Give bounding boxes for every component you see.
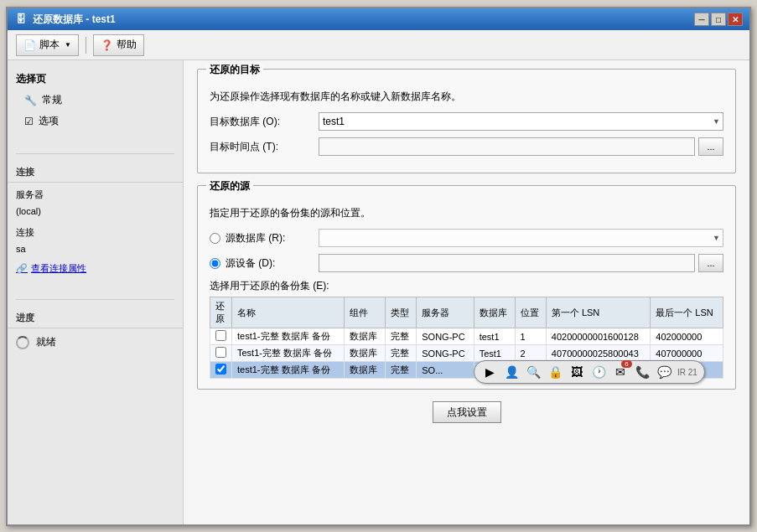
row-first-lsn: 40200000001600128 (546, 328, 650, 345)
source-device-browse-button[interactable]: ... (698, 254, 723, 272)
maximize-button[interactable]: □ (711, 13, 726, 26)
progress-section: 进度 就绪 (8, 308, 183, 353)
row-position: 1 (515, 328, 546, 345)
row-database: test1 (474, 328, 515, 345)
taskbar-chat-icon[interactable]: 💬 (656, 364, 672, 380)
progress-spinner (16, 336, 29, 349)
col-header-type: 类型 (386, 297, 417, 328)
view-connection-link[interactable]: 🔗 查看连接属性 (8, 260, 183, 277)
row-checkbox-cell[interactable] (210, 328, 232, 345)
row-checkbox-cell[interactable] (210, 362, 232, 379)
taskbar-clock-icon[interactable]: 🕐 (590, 364, 607, 380)
source-db-select-wrapper (319, 229, 723, 247)
mail-badge: 6 (621, 360, 632, 368)
source-device-radio[interactable] (210, 258, 220, 269)
row-checkbox[interactable] (215, 364, 226, 374)
row-type: 完整 (386, 328, 417, 345)
script-button[interactable]: 📄 脚本 ▼ (16, 34, 79, 56)
col-header-first-lsn: 第一个 LSN (546, 297, 650, 328)
connection-section: 连接 服务器 (local) 连接 sa 🔗 查看连接属性 (8, 163, 183, 277)
content-area: 还原的目标 为还原操作选择现有数据库的名称或键入新数据库名称。 目标数据库 (O… (184, 60, 749, 524)
row-name: Test1-完整 数据库 备份 (232, 345, 345, 362)
source-device-input[interactable]: D:\test\testAll.bak (319, 254, 695, 272)
select-page-title: 选择页 (8, 67, 183, 90)
source-db-select[interactable] (319, 229, 723, 247)
target-db-select[interactable]: test1 (319, 112, 723, 131)
target-db-select-wrapper: test1 (319, 112, 723, 131)
window-icon: 🗄 (14, 13, 28, 26)
close-button[interactable]: ✕ (728, 13, 743, 26)
row-component: 数据库 (345, 345, 386, 362)
row-checkbox[interactable] (215, 347, 226, 358)
row-server: SO... (417, 362, 474, 379)
row-database: Test1 (474, 345, 515, 362)
row-last-lsn: 407000000 (651, 345, 723, 362)
taskbar-lock-icon[interactable]: 🔒 (547, 364, 563, 380)
connect-value: sa (8, 241, 183, 256)
table-row[interactable]: Test1-完整 数据库 备份 数据库 完整 SONG-PC Test1 2 4… (210, 345, 723, 362)
taskbar-image-icon[interactable]: 🖼 (568, 364, 585, 380)
progress-status-text: 就绪 (36, 335, 56, 349)
help-button[interactable]: ❓ 帮助 (93, 34, 144, 56)
target-time-browse-button[interactable]: ... (698, 137, 723, 156)
source-db-row: 源数据库 (R): (210, 229, 723, 247)
restore-source-section: 还原的源 指定用于还原的备份集的源和位置。 源数据库 (R): (197, 185, 736, 390)
progress-label: 进度 (8, 308, 183, 328)
col-header-last-lsn: 最后一个 LSN (651, 297, 723, 328)
table-row[interactable]: test1-完整 数据库 备份 数据库 完整 SONG-PC test1 1 4… (210, 328, 723, 345)
taskbar-search-icon[interactable]: 🔍 (525, 364, 542, 380)
row-checkbox-cell[interactable] (210, 345, 232, 362)
title-controls: ─ □ ✕ (694, 13, 743, 26)
target-time-input[interactable]: 最近状态 (319, 137, 695, 156)
row-name: test1-完整 数据库 备份 (232, 362, 345, 379)
row-server: SONG-PC (417, 328, 474, 345)
col-header-component: 组件 (345, 297, 386, 328)
col-header-server: 服务器 (417, 297, 474, 328)
sidebar-divider-2 (16, 299, 174, 300)
general-icon: 🔧 (24, 95, 37, 106)
connect-label: 连接 (8, 224, 183, 241)
toolbar: 📄 脚本 ▼ ❓ 帮助 (8, 30, 749, 60)
row-type: 完整 (386, 345, 417, 362)
options-icon: ☑ (24, 116, 34, 127)
server-label: 服务器 (8, 186, 183, 204)
target-time-row: 目标时间点 (T): 最近状态 ... (210, 137, 723, 156)
taskbar-user-icon[interactable]: 👤 (503, 364, 520, 380)
row-name: test1-完整 数据库 备份 (232, 328, 345, 345)
target-db-label: 目标数据库 (O): (210, 115, 319, 129)
source-db-radio[interactable] (210, 233, 220, 244)
sidebar-divider-1 (16, 153, 174, 154)
backup-sets-label: 选择用于还原的备份集 (E): (210, 279, 723, 293)
toolbar-separator (86, 37, 86, 54)
taskbar-play-icon[interactable]: ▶ (481, 364, 498, 380)
row-last-lsn: 402000000 (651, 328, 723, 345)
col-header-restore: 还原 (210, 297, 232, 328)
settings-button[interactable]: 点我设置 (433, 401, 501, 423)
source-db-label[interactable]: 源数据库 (R): (226, 231, 285, 245)
taskbar-phone-icon[interactable]: 📞 (634, 364, 651, 380)
target-time-input-container: 最近状态 ... (319, 137, 723, 156)
server-value: (local) (8, 204, 183, 219)
row-checkbox[interactable] (215, 330, 226, 341)
target-db-row: 目标数据库 (O): test1 (210, 112, 723, 131)
restore-source-title: 还原的源 (206, 179, 253, 194)
sidebar-item-options[interactable]: ☑ 选项 (8, 111, 183, 132)
row-component: 数据库 (345, 362, 386, 379)
bottom-buttons: 点我设置 (197, 401, 736, 423)
restore-target-section: 还原的目标 为还原操作选择现有数据库的名称或键入新数据库名称。 目标数据库 (O… (197, 69, 736, 173)
source-device-label[interactable]: 源设备 (D): (226, 256, 275, 271)
window-title: 还原数据库 - test1 (33, 13, 694, 27)
progress-status-row: 就绪 (8, 332, 183, 353)
title-bar: 🗄 还原数据库 - test1 ─ □ ✕ (8, 8, 749, 30)
connection-icon: 🔗 (16, 263, 28, 274)
row-component: 数据库 (345, 328, 386, 345)
connection-label: 连接 (8, 163, 183, 183)
restore-source-desc: 指定用于还原的备份集的源和位置。 (210, 206, 723, 220)
source-db-input-container (319, 229, 723, 247)
restore-target-title: 还原的目标 (206, 63, 263, 77)
target-time-label: 目标时间点 (T): (210, 140, 319, 154)
source-device-input-container: D:\test\testAll.bak ... (319, 254, 723, 272)
sidebar-item-general[interactable]: 🔧 常规 (8, 90, 183, 111)
minimize-button[interactable]: ─ (694, 13, 709, 26)
script-icon: 📄 (23, 39, 36, 51)
